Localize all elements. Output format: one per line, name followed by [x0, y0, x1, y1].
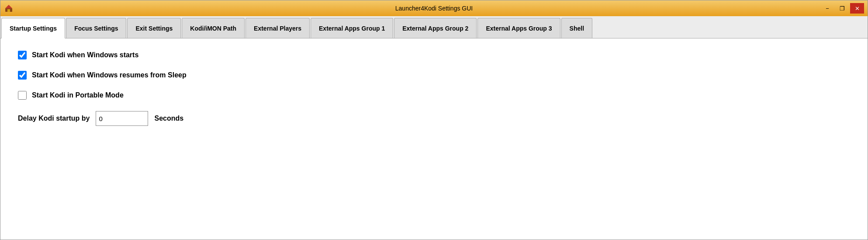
checkbox-start-on-windows-start[interactable] [18, 51, 27, 59]
minimize-button[interactable]: − [820, 3, 834, 14]
delay-input[interactable] [96, 111, 148, 126]
tab-exit[interactable]: Exit Settings [127, 18, 181, 38]
close-button[interactable]: ✕ [850, 3, 864, 14]
restore-button[interactable]: ❐ [835, 3, 849, 14]
title-bar: Launcher4Kodi Settings GUI − ❐ ✕ [0, 0, 868, 16]
tab-ext-apps-2[interactable]: External Apps Group 2 [394, 18, 477, 38]
tab-bar: Startup Settings Focus Settings Exit Set… [0, 16, 868, 38]
checkbox-portable-mode[interactable] [18, 91, 27, 100]
delay-label: Delay Kodi startup by [18, 115, 90, 122]
title-bar-controls: − ❐ ✕ [820, 3, 864, 14]
checkbox-label-3: Start Kodi in Portable Mode [32, 91, 124, 99]
tab-shell[interactable]: Shell [561, 18, 592, 38]
checkbox-row-3: Start Kodi in Portable Mode [18, 91, 850, 100]
svg-marker-1 [5, 5, 12, 8]
tab-external-players[interactable]: External Players [246, 18, 310, 38]
delay-row: Delay Kodi startup by Seconds [18, 111, 850, 126]
app-icon [4, 3, 14, 13]
checkbox-start-on-sleep-resume[interactable] [18, 71, 27, 80]
tab-kodi-imon[interactable]: Kodi/iMON Path [182, 18, 245, 38]
main-window: Launcher4Kodi Settings GUI − ❐ ✕ Startup… [0, 0, 868, 240]
checkbox-label-1: Start Kodi when Windows starts [32, 51, 138, 59]
delay-unit: Seconds [154, 115, 183, 122]
checkbox-label-2: Start Kodi when Windows resumes from Sle… [32, 71, 187, 79]
tab-focus[interactable]: Focus Settings [66, 18, 126, 38]
window-title: Launcher4Kodi Settings GUI [395, 5, 473, 12]
svg-rect-2 [7, 9, 10, 12]
tab-ext-apps-1[interactable]: External Apps Group 1 [311, 18, 393, 38]
tab-ext-apps-3[interactable]: External Apps Group 3 [477, 18, 560, 38]
content-area: Start Kodi when Windows starts Start Kod… [0, 38, 868, 240]
title-bar-left [4, 3, 14, 13]
checkbox-row-1: Start Kodi when Windows starts [18, 51, 850, 59]
tab-startup[interactable]: Startup Settings [1, 18, 65, 38]
checkbox-row-2: Start Kodi when Windows resumes from Sle… [18, 71, 850, 80]
